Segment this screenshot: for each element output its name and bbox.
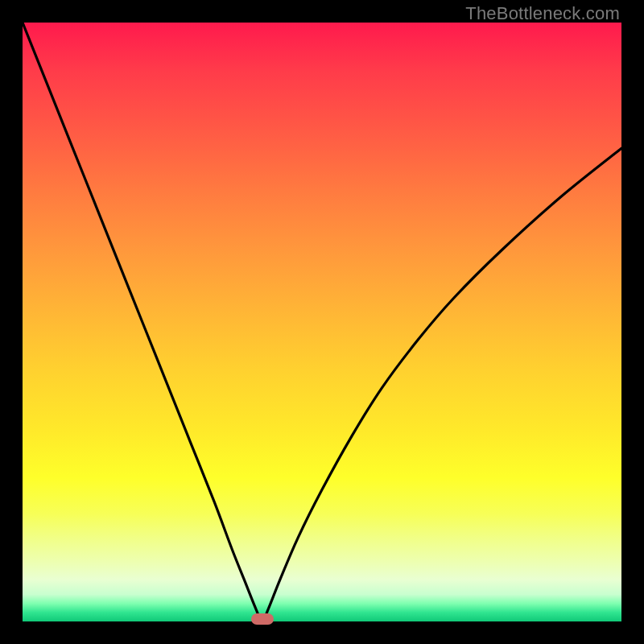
optimal-point-marker [251,613,274,625]
watermark-text: TheBottleneck.com [465,3,620,24]
plot-area [23,23,621,621]
bottleneck-curve [23,23,621,621]
chart-frame: TheBottleneck.com [0,0,644,644]
